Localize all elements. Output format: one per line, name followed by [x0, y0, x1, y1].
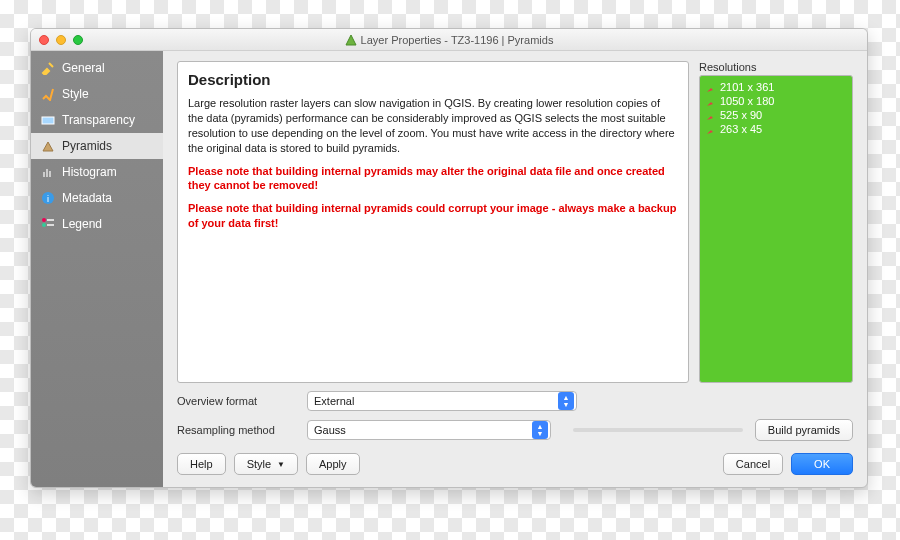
- tools-icon: [41, 61, 55, 75]
- sidebar-item-label: Legend: [62, 217, 102, 231]
- transparency-icon: [41, 113, 55, 127]
- pyramid-icon: [41, 139, 55, 153]
- titlebar: Layer Properties - TZ3-1196 | Pyramids: [31, 29, 867, 51]
- pin-icon: [706, 97, 715, 106]
- ok-button[interactable]: OK: [791, 453, 853, 475]
- sidebar-item-label: General: [62, 61, 105, 75]
- sidebar-item-histogram[interactable]: Histogram: [31, 159, 163, 185]
- help-button[interactable]: Help: [177, 453, 226, 475]
- build-pyramids-button[interactable]: Build pyramids: [755, 419, 853, 441]
- pin-icon: [706, 125, 715, 134]
- chevron-updown-icon: ▲▼: [532, 421, 548, 439]
- sidebar-item-general[interactable]: General: [31, 55, 163, 81]
- resolutions-list[interactable]: 2101 x 361 1050 x 180 525 x 90 263 x 45: [699, 75, 853, 383]
- histogram-icon: [41, 165, 55, 179]
- sidebar-item-metadata[interactable]: i Metadata: [31, 185, 163, 211]
- sidebar-item-legend[interactable]: Legend: [31, 211, 163, 237]
- svg-rect-1: [43, 172, 45, 177]
- legend-icon: [41, 217, 55, 231]
- main-panel: Description Large resolution raster laye…: [163, 51, 867, 487]
- minimize-icon[interactable]: [56, 35, 66, 45]
- sidebar-item-pyramids[interactable]: Pyramids: [31, 133, 163, 159]
- pin-icon: [706, 83, 715, 92]
- resolutions-panel: Resolutions 2101 x 361 1050 x 180 525 x …: [699, 61, 853, 383]
- svg-rect-2: [46, 169, 48, 177]
- description-body: Large resolution raster layers can slow …: [188, 96, 678, 155]
- resolution-item[interactable]: 1050 x 180: [704, 94, 848, 108]
- style-button[interactable]: Style▼: [234, 453, 298, 475]
- sidebar: General Style Transparency Pyramids Hist…: [31, 51, 163, 487]
- qgis-icon: [345, 34, 357, 46]
- svg-point-7: [42, 223, 46, 227]
- brush-icon: [41, 87, 55, 101]
- overview-format-label: Overview format: [177, 395, 297, 407]
- window-title: Layer Properties - TZ3-1196 | Pyramids: [361, 34, 554, 46]
- apply-button[interactable]: Apply: [306, 453, 360, 475]
- sidebar-item-label: Histogram: [62, 165, 117, 179]
- close-icon[interactable]: [39, 35, 49, 45]
- dialog-button-bar: Help Style▼ Apply Cancel OK: [177, 449, 853, 477]
- cancel-button[interactable]: Cancel: [723, 453, 783, 475]
- svg-rect-0: [42, 117, 54, 124]
- svg-rect-9: [47, 224, 54, 226]
- resolution-item[interactable]: 525 x 90: [704, 108, 848, 122]
- svg-rect-8: [47, 219, 54, 221]
- description-heading: Description: [188, 70, 678, 90]
- resampling-method-label: Resampling method: [177, 424, 297, 436]
- description-warning-1: Please note that building internal pyram…: [188, 164, 678, 194]
- sidebar-item-style[interactable]: Style: [31, 81, 163, 107]
- svg-point-6: [42, 218, 46, 222]
- resolution-item[interactable]: 2101 x 361: [704, 80, 848, 94]
- sidebar-item-label: Pyramids: [62, 139, 112, 153]
- chevron-down-icon: ▼: [277, 460, 285, 469]
- overview-format-select[interactable]: External ▲▼: [307, 391, 577, 411]
- pin-icon: [706, 111, 715, 120]
- sidebar-item-label: Style: [62, 87, 89, 101]
- resolutions-label: Resolutions: [699, 61, 853, 73]
- description-panel: Description Large resolution raster laye…: [177, 61, 689, 383]
- info-icon: i: [41, 191, 55, 205]
- layer-properties-window: Layer Properties - TZ3-1196 | Pyramids G…: [30, 28, 868, 488]
- build-progress: [573, 428, 743, 432]
- svg-text:i: i: [47, 194, 49, 204]
- sidebar-item-label: Metadata: [62, 191, 112, 205]
- sidebar-item-transparency[interactable]: Transparency: [31, 107, 163, 133]
- chevron-updown-icon: ▲▼: [558, 392, 574, 410]
- svg-rect-3: [49, 171, 51, 177]
- zoom-icon[interactable]: [73, 35, 83, 45]
- description-warning-2: Please note that building internal pyram…: [188, 201, 678, 231]
- overview-format-value: External: [314, 395, 354, 407]
- sidebar-item-label: Transparency: [62, 113, 135, 127]
- resolution-item[interactable]: 263 x 45: [704, 122, 848, 136]
- resampling-method-value: Gauss: [314, 424, 346, 436]
- resampling-method-select[interactable]: Gauss ▲▼: [307, 420, 551, 440]
